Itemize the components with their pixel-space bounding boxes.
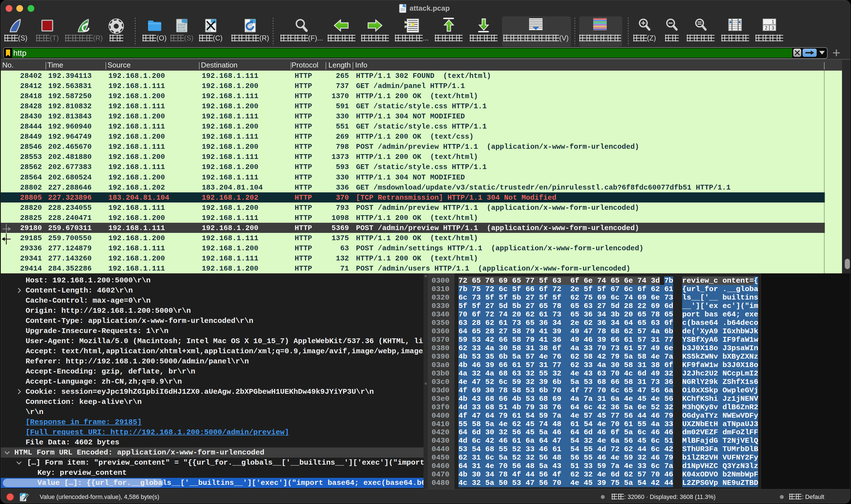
svg-text:01010: 01010 (178, 23, 185, 26)
svg-text:1: 1 (772, 19, 774, 24)
svg-text:01101: 01101 (178, 26, 185, 29)
svg-text:3: 3 (772, 25, 774, 30)
svg-text:01110: 01110 (178, 29, 185, 32)
svg-text:2: 2 (765, 25, 767, 30)
